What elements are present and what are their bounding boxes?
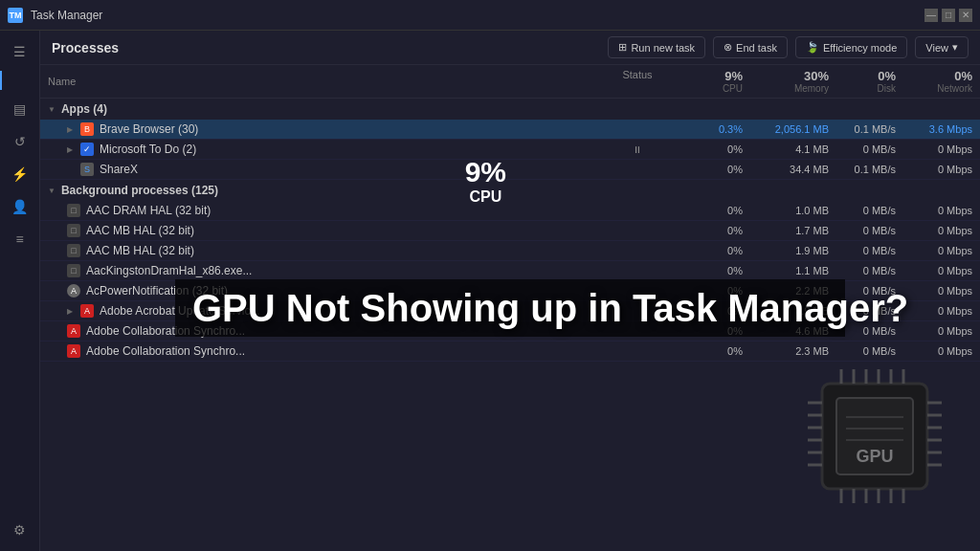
- sharex-cpu: 0%: [676, 164, 743, 175]
- sharex-icon: S: [80, 163, 94, 176]
- acpower-name: A AcPowerNotification (32 bit): [48, 284, 599, 298]
- todo-memory: 4.1 MB: [743, 143, 829, 155]
- sidebar: ☰ ▤ ↺ ⚡ 👤 ≡ ⚙: [0, 31, 40, 551]
- adobe-acrobat-name: ▶ A Adobe Acrobat Update Servic...: [48, 304, 599, 318]
- content-area: Processes ⊞ Run new task ⊗ End task 🍃 Ef…: [40, 31, 980, 551]
- todo-expand-icon[interactable]: ▶: [67, 145, 73, 154]
- todo-icon: ✓: [80, 143, 94, 156]
- sharex-name: S ShareX: [48, 163, 599, 176]
- bg-chevron-icon: ▼: [48, 187, 56, 195]
- aac-mb-row-1[interactable]: □ AAC MB HAL (32 bit) 0% 1.7 MB 0 MB/s 0…: [40, 221, 980, 241]
- brave-icon: B: [80, 122, 94, 136]
- app-history-icon[interactable]: ↺: [7, 128, 33, 155]
- brave-name: ▶ B Brave Browser (30): [48, 122, 599, 136]
- name-column-header: Name: [48, 69, 599, 94]
- performance-icon[interactable]: ▤: [7, 96, 33, 122]
- status-column-header: Status: [599, 69, 676, 94]
- chevron-down-icon: ▾: [952, 41, 958, 54]
- brave-expand-icon[interactable]: ▶: [67, 125, 73, 134]
- table-header: Name Status 9% CPU 30% Memory 0% Disk: [40, 65, 980, 99]
- memory-column-header: 30% Memory: [743, 69, 829, 94]
- todo-row[interactable]: ▶ ✓ Microsoft To Do (2) ⏸ 0% 4.1 MB 0 MB…: [40, 140, 980, 160]
- adobe-collab-name-2: A Adobe Collaboration Synchro...: [48, 344, 599, 358]
- bg-section-label: Background processes (125): [61, 184, 218, 197]
- adobe-acrobat-row[interactable]: ▶ A Adobe Acrobat Update Servic... 0% 0.…: [40, 301, 980, 321]
- run-new-task-button[interactable]: ⊞ Run new task: [608, 36, 705, 58]
- todo-name: ▶ ✓ Microsoft To Do (2): [48, 143, 599, 156]
- aac-dram-icon: □: [67, 204, 80, 217]
- aac-mb-row-2[interactable]: □ AAC MB HAL (32 bit) 0% 1.9 MB 0 MB/s 0…: [40, 241, 980, 261]
- title-bar: TM Task Manager — □ ✕: [0, 0, 980, 31]
- apps-section-header[interactable]: ▼ Apps (4): [40, 99, 980, 120]
- aac-kingston-icon: □: [67, 264, 80, 277]
- brave-network: 3.6 Mbps: [896, 123, 972, 135]
- aac-kingston-row[interactable]: □ AacKingstonDramHal_x86.exe... 0% 1.1 M…: [40, 261, 980, 281]
- adobe-collab-icon-1: A: [67, 324, 80, 338]
- aac-kingston-name: □ AacKingstonDramHal_x86.exe...: [48, 264, 599, 277]
- apps-chevron-icon: ▼: [48, 105, 56, 114]
- todo-network: 0 Mbps: [896, 143, 972, 155]
- aac-mb-name-1: □ AAC MB HAL (32 bit): [48, 224, 599, 237]
- cpu-column-header: 9% CPU: [676, 69, 743, 94]
- hamburger-icon[interactable]: ☰: [7, 38, 33, 65]
- acpower-icon: A: [67, 284, 80, 298]
- apps-section-label: Apps (4): [61, 102, 107, 116]
- brave-cpu: 0.3%: [676, 123, 743, 135]
- page-title: Processes: [52, 40, 600, 55]
- end-task-button[interactable]: ⊗ End task: [713, 36, 788, 58]
- sharex-row[interactable]: S ShareX 0% 34.4 MB 0.1 MB/s 0 Mbps: [40, 160, 980, 180]
- aac-dram-row[interactable]: □ AAC DRAM HAL (32 bit) 0% 1.0 MB 0 MB/s…: [40, 201, 980, 221]
- adobe-acrobat-expand-icon[interactable]: ▶: [67, 307, 73, 316]
- aac-dram-name: □ AAC DRAM HAL (32 bit): [48, 204, 599, 217]
- todo-disk: 0 MB/s: [829, 143, 896, 155]
- users-icon[interactable]: 👤: [7, 193, 33, 220]
- app-icon: TM: [8, 8, 23, 23]
- main-layout: ☰ ▤ ↺ ⚡ 👤 ≡ ⚙ Processes ⊞ Run new task ⊗…: [0, 31, 980, 551]
- acpower-row[interactable]: A AcPowerNotification (32 bit) 0% 2.2 MB…: [40, 281, 980, 301]
- svg-text:GPU: GPU: [856, 447, 893, 466]
- title-bar-text: Task Manager: [31, 9, 917, 22]
- minimize-button[interactable]: —: [924, 9, 938, 22]
- adobe-acrobat-icon: A: [80, 304, 94, 318]
- adobe-collab-row-1[interactable]: A Adobe Collaboration Synchro... 0% 4.6 …: [40, 321, 980, 342]
- disk-column-header: 0% Disk: [829, 69, 896, 94]
- run-task-icon: ⊞: [618, 41, 627, 54]
- window-controls: — □ ✕: [924, 9, 972, 22]
- network-column-header: 0% Network: [896, 69, 972, 94]
- view-button[interactable]: View ▾: [915, 36, 969, 58]
- brave-browser-row[interactable]: ▶ B Brave Browser (30) 0.3% 2,056.1 MB 0…: [40, 120, 980, 140]
- sharex-memory: 34.4 MB: [743, 164, 829, 175]
- adobe-collab-icon-2: A: [67, 344, 80, 358]
- sharex-network: 0 Mbps: [896, 164, 972, 175]
- todo-status: ⏸: [599, 144, 676, 155]
- gpu-chip-illustration: GPU: [798, 360, 951, 513]
- sharex-disk: 0.1 MB/s: [829, 164, 896, 175]
- todo-cpu: 0%: [676, 143, 743, 155]
- details-icon[interactable]: ≡: [7, 226, 33, 253]
- end-task-icon: ⊗: [724, 41, 732, 54]
- efficiency-mode-button[interactable]: 🍃 Efficiency mode: [795, 36, 907, 58]
- leaf-icon: 🍃: [806, 41, 819, 54]
- aac-mb-name-2: □ AAC MB HAL (32 bit): [48, 244, 599, 257]
- maximize-button[interactable]: □: [942, 9, 955, 22]
- settings-icon[interactable]: ⚙: [7, 517, 33, 543]
- aac-mb-icon-1: □: [67, 224, 80, 237]
- close-button[interactable]: ✕: [959, 9, 972, 22]
- processes-wrapper: Name Status 9% CPU 30% Memory 0% Disk: [40, 65, 980, 551]
- brave-disk: 0.1 MB/s: [829, 123, 896, 135]
- bg-section-header[interactable]: ▼ Background processes (125): [40, 180, 980, 201]
- adobe-collab-row-2[interactable]: A Adobe Collaboration Synchro... 0% 2.3 …: [40, 342, 980, 362]
- toolbar: Processes ⊞ Run new task ⊗ End task 🍃 Ef…: [40, 31, 980, 65]
- brave-memory: 2,056.1 MB: [743, 123, 829, 135]
- adobe-collab-name-1: A Adobe Collaboration Synchro...: [48, 324, 599, 338]
- startup-icon[interactable]: ⚡: [7, 161, 33, 187]
- aac-mb-icon-2: □: [67, 244, 80, 257]
